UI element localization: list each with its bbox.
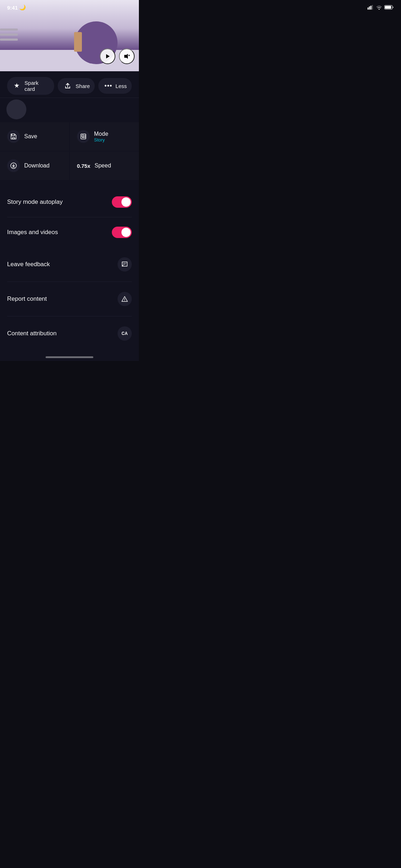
dots-icon: ••• <box>103 81 113 91</box>
mode-button[interactable]: Mode Story <box>70 122 139 151</box>
content-attribution-row[interactable]: Content attribution CA <box>7 316 132 351</box>
bottom-sheet: Spark card Share ••• Less <box>0 71 139 361</box>
home-bar <box>46 356 93 358</box>
report-icon <box>118 292 132 306</box>
attribution-icon: CA <box>118 326 132 341</box>
leave-feedback-label: Leave feedback <box>7 261 50 268</box>
status-bar: 9:41 🌙 <box>0 0 139 14</box>
play-button[interactable] <box>100 48 115 64</box>
story-mode-autoplay-row: Story mode autoplay <box>7 187 132 217</box>
share-label: Share <box>75 83 90 89</box>
report-content-row[interactable]: Report content <box>7 282 132 316</box>
mode-label-wrap: Mode Story <box>94 131 108 143</box>
svg-point-21 <box>124 300 125 301</box>
share-icon <box>63 81 73 91</box>
home-indicator <box>0 351 139 361</box>
svg-rect-10 <box>12 138 15 139</box>
shelf-decoration <box>0 29 21 43</box>
spacing <box>0 181 139 187</box>
story-mode-autoplay-label: Story mode autoplay <box>7 198 63 206</box>
images-videos-label: Images and videos <box>7 229 58 236</box>
spark-card-icon <box>12 81 22 91</box>
share-button[interactable]: Share <box>58 78 95 94</box>
save-icon <box>7 130 20 143</box>
mode-icon <box>77 130 90 143</box>
speed-label: Speed <box>95 162 111 169</box>
report-content-label: Report content <box>7 295 47 303</box>
spark-card-label: Spark card <box>25 80 49 92</box>
content-attribution-label: Content attribution <box>7 330 57 337</box>
moon-icon: 🌙 <box>19 4 26 11</box>
save-button[interactable]: Save <box>0 122 69 151</box>
less-button[interactable]: ••• Less <box>98 78 132 94</box>
video-controls <box>100 48 135 64</box>
grid-bottom: Download 0.75x Speed <box>0 151 139 180</box>
toggle-knob <box>121 197 131 207</box>
mode-label: Mode <box>94 131 108 137</box>
action-list: Leave feedback Report content <box>0 247 139 351</box>
download-icon <box>7 159 20 172</box>
svg-rect-12 <box>82 135 84 137</box>
action-row: Spark card Share ••• Less <box>0 71 139 98</box>
save-label: Save <box>24 133 37 140</box>
profile-circle <box>6 99 26 119</box>
story-mode-autoplay-toggle[interactable] <box>112 196 132 208</box>
svg-marker-7 <box>124 54 128 59</box>
images-videos-row: Images and videos <box>7 217 132 247</box>
time-display: 9:41 <box>7 5 18 11</box>
speed-value: 0.75x <box>77 163 90 169</box>
toggle-section: Story mode autoplay Images and videos <box>0 187 139 247</box>
less-label: Less <box>115 83 127 89</box>
brown-decoration <box>74 32 82 52</box>
download-button[interactable]: Download <box>0 151 69 180</box>
leave-feedback-row[interactable]: Leave feedback <box>7 247 132 282</box>
mute-button[interactable] <box>119 48 135 64</box>
mode-sub-label: Story <box>94 137 108 143</box>
images-videos-toggle[interactable] <box>112 227 132 238</box>
speed-button[interactable]: 0.75x Speed <box>70 151 139 180</box>
toggle-knob-2 <box>121 228 131 237</box>
status-time-area: 9:41 🌙 <box>7 4 26 11</box>
grid-top: Save Mode Story <box>0 122 139 151</box>
download-label: Download <box>24 162 50 169</box>
feedback-icon <box>118 257 132 272</box>
ca-label: CA <box>121 331 127 336</box>
svg-marker-6 <box>106 54 110 58</box>
spark-card-button[interactable]: Spark card <box>7 77 54 95</box>
